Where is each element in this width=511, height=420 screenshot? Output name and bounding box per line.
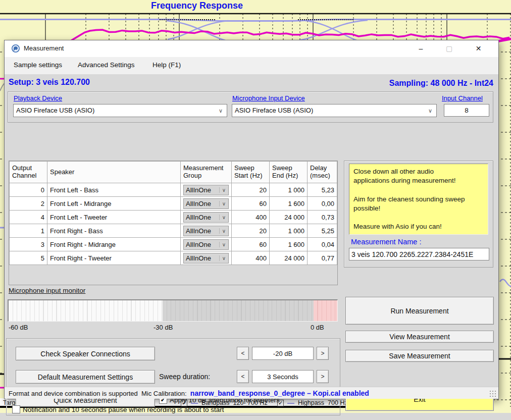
playback-device-link[interactable]: Playback Device — [14, 94, 62, 102]
chevron-down-icon: ∨ — [219, 255, 228, 261]
title-bar[interactable]: Measurement – ▢ ✕ — [5, 40, 498, 57]
sweep-start-cell[interactable]: 400 — [232, 251, 270, 265]
meter-tick-zero: 0 dB — [311, 324, 324, 331]
speaker-cell[interactable]: Front Left - Bass — [47, 183, 181, 197]
playback-device-combo[interactable]: ASIO Fireface USB (ASIO) ∨ — [13, 104, 227, 117]
sweep-end-cell[interactable]: 24 000 — [270, 211, 308, 224]
sweep-start-cell[interactable]: 60 — [232, 238, 270, 251]
measurement-group-cell[interactable]: AllInOne∨ — [181, 211, 232, 224]
output-channel-cell[interactable]: 2 — [10, 197, 47, 211]
output-channel-cell[interactable]: 4 — [10, 211, 47, 224]
menu-item-advanced-settings[interactable]: Advanced Settings — [78, 61, 135, 69]
duration-value-box[interactable]: 3 Seconds — [252, 370, 314, 383]
close-button[interactable]: ✕ — [467, 40, 490, 57]
sweep-end-cell[interactable]: 1 000 — [270, 224, 308, 238]
notification-checkbox-label[interactable]: Notification and 10 seconds pause when r… — [23, 406, 224, 413]
measurement-group-combo[interactable]: AllInOne∨ — [183, 226, 229, 236]
meter-tick-minus30: -30 dB — [154, 324, 173, 331]
view-measurement-button[interactable]: View Measurement — [345, 331, 494, 343]
delay-cell[interactable]: 0,77 — [308, 251, 337, 265]
output-channel-cell[interactable]: 0 — [10, 183, 47, 197]
duration-decrease-button[interactable]: < — [237, 370, 249, 383]
mic-calibration-value: narrow_band_response_0_degree – Kopi.cal… — [190, 389, 369, 397]
measurement-group-cell[interactable]: AllInOne∨ — [181, 183, 232, 197]
table-row[interactable]: 4Front Left - TweeterAllInOne∨40024 0000… — [10, 211, 337, 224]
sweep-start-cell[interactable]: 20 — [232, 183, 270, 197]
delay-cell[interactable]: 5,23 — [308, 183, 337, 197]
output-channel-cell[interactable]: 5 — [10, 251, 47, 265]
run-measurement-button[interactable]: Run Measurement — [345, 297, 494, 325]
menu-item-sample-settings[interactable]: Sample settings — [14, 61, 62, 69]
speaker-cell[interactable]: Front Right - Midrange — [47, 238, 181, 251]
table-row[interactable]: 1Front Right - BassAllInOne∨201 0005,25 — [10, 224, 337, 238]
speaker-cell[interactable]: Front Left - Tweeter — [47, 211, 181, 224]
measurement-group-cell[interactable]: AllInOne∨ — [181, 238, 232, 251]
measurement-group-value: AllInOne — [184, 227, 219, 235]
mic-input-device-value: ASIO Fireface USB (ASIO) — [235, 107, 313, 114]
minimize-button[interactable]: – — [410, 40, 432, 57]
level-increase-button[interactable]: > — [317, 347, 329, 360]
measurement-group-cell[interactable]: AllInOne∨ — [181, 224, 232, 238]
delay-cell[interactable]: 5,25 — [308, 224, 337, 238]
chevron-down-icon: ∨ — [219, 187, 228, 193]
measurement-group-combo[interactable]: AllInOne∨ — [183, 253, 229, 264]
sweep-start-cell[interactable]: 60 — [232, 197, 270, 211]
level-decrease-button[interactable]: < — [237, 347, 249, 360]
save-measurement-button[interactable]: Save Measurement — [345, 350, 494, 362]
status-bar: Format and device combination is support… — [5, 387, 498, 399]
measurement-group-combo[interactable]: AllInOne∨ — [183, 212, 229, 223]
measurement-group-combo[interactable]: AllInOne∨ — [183, 185, 229, 195]
sweep-end-cell[interactable]: 1 600 — [270, 238, 308, 251]
resize-grip[interactable] — [489, 390, 496, 397]
sweep-end-cell[interactable]: 1 000 — [270, 183, 308, 197]
table-row[interactable]: 0Front Left - BassAllInOne∨201 0005,23 — [10, 183, 337, 197]
sweep-start-cell[interactable]: 20 — [232, 224, 270, 238]
menu-item-help-f1-[interactable]: Help (F1) — [152, 61, 181, 69]
default-measurement-settings-button[interactable]: Default Measurement Settings — [16, 370, 155, 384]
table-row[interactable]: 5Front Right - TweeterAllInOne∨40024 000… — [10, 251, 337, 265]
chevron-down-icon: ∨ — [217, 104, 225, 117]
chevron-down-icon: ∨ — [219, 242, 228, 247]
delay-cell[interactable]: 0,00 — [308, 197, 337, 211]
measurement-group-value: AllInOne — [184, 186, 219, 194]
measurement-name-field[interactable] — [349, 248, 489, 260]
delay-cell[interactable]: 0,04 — [308, 238, 337, 251]
speaker-table: Output ChannelSpeakerMeasurement GroupSw… — [9, 161, 338, 285]
speaker-cell[interactable]: Front Left - Midrange — [47, 197, 181, 211]
measurement-group-value: AllInOne — [184, 241, 219, 248]
speaker-cell[interactable]: Front Right - Tweeter — [47, 251, 181, 265]
chevron-down-icon: ∨ — [219, 215, 228, 220]
table-row[interactable]: 2Front Left - MidrangeAllInOne∨601 6000,… — [10, 197, 337, 211]
input-channel-field[interactable] — [444, 104, 489, 117]
sweep-end-cell[interactable]: 24 000 — [270, 251, 308, 265]
input-channel-link[interactable]: Input Channel — [442, 94, 483, 102]
table-row[interactable]: 3Front Right - MidrangeAllInOne∨601 6000… — [10, 238, 337, 251]
output-channel-cell[interactable]: 1 — [10, 224, 47, 238]
speaker-cell[interactable]: Front Right - Bass — [47, 224, 181, 238]
level-value-box[interactable]: -20 dB — [252, 347, 314, 360]
mic-input-device-link[interactable]: Microphone Input Device — [232, 94, 305, 102]
mic-input-device-combo[interactable]: ASIO Fireface USB (ASIO) ∨ — [232, 104, 437, 117]
measurement-window: Measurement – ▢ ✕ Sample settingsAdvance… — [4, 40, 499, 399]
measurement-group-combo[interactable]: AllInOne∨ — [183, 198, 229, 209]
meter-mid-segments — [163, 300, 314, 321]
measurement-group-cell[interactable]: AllInOne∨ — [181, 197, 232, 211]
measurement-group-value: AllInOne — [184, 200, 219, 207]
window-title: Measurement — [24, 44, 64, 52]
notification-checkbox[interactable] — [12, 405, 20, 413]
output-channel-cell[interactable]: 3 — [10, 238, 47, 251]
sampling-label: Sampling: 48 000 Hz - Int24 — [389, 79, 493, 88]
mic-input-monitor-label: Microphone input monitor — [9, 287, 85, 294]
delay-cell[interactable]: 0,73 — [308, 211, 337, 224]
check-speaker-connections-button[interactable]: Check Speaker Connections — [16, 347, 155, 360]
maximize-button[interactable]: ▢ — [438, 40, 461, 57]
column-header: Output Channel — [10, 162, 47, 183]
measurement-group-combo[interactable]: AllInOne∨ — [183, 239, 229, 250]
meter-low-segments — [9, 300, 163, 321]
sweep-start-cell[interactable]: 400 — [232, 211, 270, 224]
sweep-end-cell[interactable]: 1 600 — [270, 197, 308, 211]
measurement-group-cell[interactable]: AllInOne∨ — [181, 251, 232, 265]
measurement-name-label: Measurement Name : — [351, 238, 421, 246]
duration-increase-button[interactable]: > — [317, 370, 329, 383]
mic-level-meter — [8, 299, 338, 322]
